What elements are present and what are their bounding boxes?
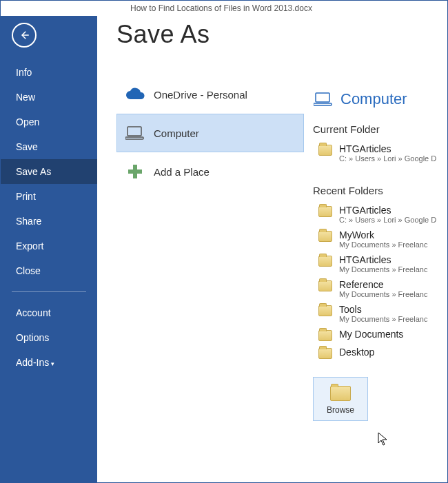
folder-icon bbox=[318, 280, 332, 291]
folder-path: C: » Users » Lori » Google D bbox=[339, 216, 436, 224]
location-label: OneDrive - Personal bbox=[154, 89, 247, 101]
folder-icon bbox=[318, 305, 332, 316]
svg-rect-4 bbox=[316, 93, 329, 102]
computer-icon bbox=[125, 125, 145, 141]
nav-divider bbox=[12, 291, 86, 292]
window-title: How to Find Locations of Files in Word 2… bbox=[1, 1, 447, 16]
location-add-a-place[interactable]: Add a Place bbox=[116, 152, 304, 191]
nav-item-share[interactable]: Share bbox=[1, 209, 97, 234]
nav-item-account[interactable]: Account bbox=[1, 300, 97, 325]
location-onedrive-personal[interactable]: OneDrive - Personal bbox=[116, 75, 304, 114]
folder-open-icon bbox=[330, 386, 351, 401]
main-area: InfoNewOpenSaveSave AsPrintShareExportCl… bbox=[1, 16, 447, 482]
folder-icon bbox=[318, 330, 332, 341]
nav-item-close[interactable]: Close bbox=[1, 258, 97, 283]
recent-folder[interactable]: HTGArticlesC: » Users » Lori » Google D bbox=[313, 202, 447, 227]
folder-name: MyWork bbox=[339, 229, 427, 240]
nav-item-export[interactable]: Export bbox=[1, 234, 97, 258]
details-column: Computer Current Folder HTGArticles C: »… bbox=[313, 19, 447, 482]
nav-item-print[interactable]: Print bbox=[1, 184, 97, 209]
recent-folder[interactable]: HTGArticlesMy Documents » Freelanc bbox=[313, 251, 447, 276]
svg-rect-3 bbox=[128, 169, 142, 174]
folder-name: HTGArticles bbox=[339, 205, 436, 216]
folder-name: HTGArticles bbox=[339, 143, 436, 154]
current-folder[interactable]: HTGArticles C: » Users » Lori » Google D bbox=[313, 141, 447, 165]
details-header-text: Computer bbox=[340, 90, 407, 108]
recent-folder[interactable]: MyWorkMy Documents » Freelanc bbox=[313, 227, 447, 251]
nav-item-add-ins[interactable]: Add-Ins▾ bbox=[1, 350, 97, 375]
browse-label: Browse bbox=[314, 405, 367, 415]
nav-item-options[interactable]: Options bbox=[1, 325, 97, 350]
nav-item-info[interactable]: Info bbox=[1, 60, 97, 85]
recent-folder[interactable]: My Documents bbox=[313, 326, 447, 344]
folder-icon bbox=[318, 256, 332, 267]
chevron-down-icon: ▾ bbox=[51, 360, 54, 367]
content-area: Save As OneDrive - PersonalComputerAdd a… bbox=[97, 16, 447, 482]
folder-name: My Documents bbox=[339, 329, 403, 340]
locations-column: Save As OneDrive - PersonalComputerAdd a… bbox=[116, 19, 313, 482]
folder-icon bbox=[318, 231, 332, 242]
backstage-sidebar: InfoNewOpenSaveSave AsPrintShareExportCl… bbox=[1, 16, 97, 482]
page-title: Save As bbox=[116, 20, 313, 49]
plus-icon bbox=[125, 163, 145, 180]
nav-item-save-as[interactable]: Save As bbox=[1, 159, 97, 184]
location-label: Add a Place bbox=[154, 166, 210, 178]
current-folder-header: Current Folder bbox=[313, 123, 447, 135]
folder-icon bbox=[318, 348, 332, 359]
computer-icon bbox=[313, 91, 334, 107]
recent-folder[interactable]: Desktop bbox=[313, 344, 447, 362]
svg-rect-5 bbox=[314, 103, 332, 105]
recent-folder[interactable]: ToolsMy Documents » Freelanc bbox=[313, 301, 447, 326]
folder-name: HTGArticles bbox=[339, 254, 427, 265]
folder-name: Reference bbox=[339, 279, 427, 290]
nav-item-new[interactable]: New bbox=[1, 85, 97, 110]
folder-icon bbox=[318, 206, 332, 217]
folder-path: My Documents » Freelanc bbox=[339, 265, 427, 274]
folder-icon bbox=[318, 145, 332, 156]
folder-name: Desktop bbox=[339, 347, 374, 358]
location-label: Computer bbox=[154, 127, 199, 139]
folder-path: My Documents » Freelanc bbox=[339, 315, 427, 323]
folder-path: My Documents » Freelanc bbox=[339, 240, 427, 249]
svg-rect-1 bbox=[125, 137, 143, 139]
folder-path: C: » Users » Lori » Google D bbox=[339, 154, 436, 163]
nav-item-open[interactable]: Open bbox=[1, 110, 97, 134]
details-header: Computer bbox=[313, 90, 447, 108]
browse-button[interactable]: Browse bbox=[313, 377, 368, 421]
folder-path: My Documents » Freelanc bbox=[339, 290, 427, 298]
svg-rect-0 bbox=[128, 127, 141, 136]
recent-folder[interactable]: ReferenceMy Documents » Freelanc bbox=[313, 276, 447, 301]
recent-folders-header: Recent Folders bbox=[313, 185, 447, 196]
back-button[interactable] bbox=[12, 23, 37, 48]
back-arrow-icon bbox=[18, 29, 30, 41]
nav-item-save[interactable]: Save bbox=[1, 134, 97, 159]
cloud-icon bbox=[125, 86, 145, 103]
folder-name: Tools bbox=[339, 304, 427, 315]
location-computer[interactable]: Computer bbox=[116, 114, 304, 152]
